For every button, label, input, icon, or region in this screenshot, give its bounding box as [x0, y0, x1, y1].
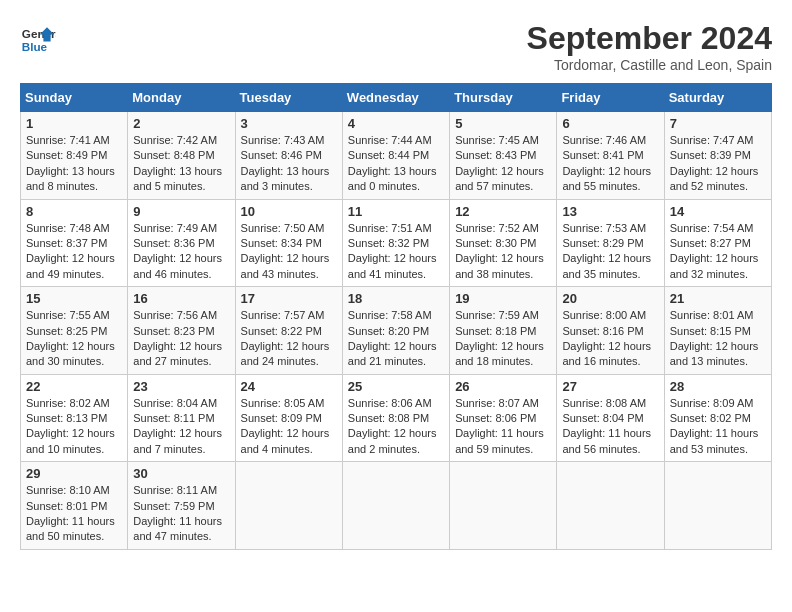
calendar-cell: 8Sunrise: 7:48 AM Sunset: 8:37 PM Daylig…	[21, 199, 128, 287]
day-number: 26	[455, 379, 551, 394]
header-friday: Friday	[557, 84, 664, 112]
day-number: 10	[241, 204, 337, 219]
calendar-cell: 17Sunrise: 7:57 AM Sunset: 8:22 PM Dayli…	[235, 287, 342, 375]
calendar-cell: 14Sunrise: 7:54 AM Sunset: 8:27 PM Dayli…	[664, 199, 771, 287]
day-info: Sunrise: 7:44 AM Sunset: 8:44 PM Dayligh…	[348, 133, 444, 195]
calendar-cell: 28Sunrise: 8:09 AM Sunset: 8:02 PM Dayli…	[664, 374, 771, 462]
day-number: 29	[26, 466, 122, 481]
calendar-cell: 22Sunrise: 8:02 AM Sunset: 8:13 PM Dayli…	[21, 374, 128, 462]
title-section: September 2024 Tordomar, Castille and Le…	[527, 20, 772, 73]
calendar-cell: 7Sunrise: 7:47 AM Sunset: 8:39 PM Daylig…	[664, 112, 771, 200]
calendar-cell: 27Sunrise: 8:08 AM Sunset: 8:04 PM Dayli…	[557, 374, 664, 462]
day-info: Sunrise: 7:49 AM Sunset: 8:36 PM Dayligh…	[133, 221, 229, 283]
calendar-cell: 12Sunrise: 7:52 AM Sunset: 8:30 PM Dayli…	[450, 199, 557, 287]
day-info: Sunrise: 7:41 AM Sunset: 8:49 PM Dayligh…	[26, 133, 122, 195]
day-number: 12	[455, 204, 551, 219]
day-info: Sunrise: 8:04 AM Sunset: 8:11 PM Dayligh…	[133, 396, 229, 458]
calendar-cell	[450, 462, 557, 550]
calendar-week-row: 15Sunrise: 7:55 AM Sunset: 8:25 PM Dayli…	[21, 287, 772, 375]
day-number: 25	[348, 379, 444, 394]
day-info: Sunrise: 8:02 AM Sunset: 8:13 PM Dayligh…	[26, 396, 122, 458]
day-info: Sunrise: 7:53 AM Sunset: 8:29 PM Dayligh…	[562, 221, 658, 283]
calendar-cell: 13Sunrise: 7:53 AM Sunset: 8:29 PM Dayli…	[557, 199, 664, 287]
calendar-cell	[557, 462, 664, 550]
day-info: Sunrise: 8:05 AM Sunset: 8:09 PM Dayligh…	[241, 396, 337, 458]
calendar-week-row: 1Sunrise: 7:41 AM Sunset: 8:49 PM Daylig…	[21, 112, 772, 200]
calendar-cell: 30Sunrise: 8:11 AM Sunset: 7:59 PM Dayli…	[128, 462, 235, 550]
day-number: 23	[133, 379, 229, 394]
calendar-header-row: SundayMondayTuesdayWednesdayThursdayFrid…	[21, 84, 772, 112]
day-number: 5	[455, 116, 551, 131]
day-info: Sunrise: 7:48 AM Sunset: 8:37 PM Dayligh…	[26, 221, 122, 283]
day-info: Sunrise: 7:45 AM Sunset: 8:43 PM Dayligh…	[455, 133, 551, 195]
day-info: Sunrise: 7:56 AM Sunset: 8:23 PM Dayligh…	[133, 308, 229, 370]
day-number: 11	[348, 204, 444, 219]
calendar-cell	[342, 462, 449, 550]
header-thursday: Thursday	[450, 84, 557, 112]
calendar-cell: 26Sunrise: 8:07 AM Sunset: 8:06 PM Dayli…	[450, 374, 557, 462]
day-info: Sunrise: 7:43 AM Sunset: 8:46 PM Dayligh…	[241, 133, 337, 195]
day-number: 9	[133, 204, 229, 219]
day-number: 15	[26, 291, 122, 306]
calendar-table: SundayMondayTuesdayWednesdayThursdayFrid…	[20, 83, 772, 550]
calendar-cell: 1Sunrise: 7:41 AM Sunset: 8:49 PM Daylig…	[21, 112, 128, 200]
day-info: Sunrise: 8:09 AM Sunset: 8:02 PM Dayligh…	[670, 396, 766, 458]
day-info: Sunrise: 7:57 AM Sunset: 8:22 PM Dayligh…	[241, 308, 337, 370]
logo-icon: General Blue	[20, 20, 56, 56]
calendar-cell: 25Sunrise: 8:06 AM Sunset: 8:08 PM Dayli…	[342, 374, 449, 462]
day-info: Sunrise: 7:47 AM Sunset: 8:39 PM Dayligh…	[670, 133, 766, 195]
calendar-cell: 3Sunrise: 7:43 AM Sunset: 8:46 PM Daylig…	[235, 112, 342, 200]
month-title: September 2024	[527, 20, 772, 57]
day-info: Sunrise: 7:51 AM Sunset: 8:32 PM Dayligh…	[348, 221, 444, 283]
calendar-cell: 11Sunrise: 7:51 AM Sunset: 8:32 PM Dayli…	[342, 199, 449, 287]
day-info: Sunrise: 7:59 AM Sunset: 8:18 PM Dayligh…	[455, 308, 551, 370]
day-info: Sunrise: 7:46 AM Sunset: 8:41 PM Dayligh…	[562, 133, 658, 195]
page-header: General Blue September 2024 Tordomar, Ca…	[20, 20, 772, 73]
day-number: 8	[26, 204, 122, 219]
day-info: Sunrise: 8:08 AM Sunset: 8:04 PM Dayligh…	[562, 396, 658, 458]
calendar-cell: 6Sunrise: 7:46 AM Sunset: 8:41 PM Daylig…	[557, 112, 664, 200]
day-info: Sunrise: 8:01 AM Sunset: 8:15 PM Dayligh…	[670, 308, 766, 370]
calendar-cell: 9Sunrise: 7:49 AM Sunset: 8:36 PM Daylig…	[128, 199, 235, 287]
day-info: Sunrise: 7:58 AM Sunset: 8:20 PM Dayligh…	[348, 308, 444, 370]
day-number: 24	[241, 379, 337, 394]
day-number: 1	[26, 116, 122, 131]
day-info: Sunrise: 8:07 AM Sunset: 8:06 PM Dayligh…	[455, 396, 551, 458]
day-number: 18	[348, 291, 444, 306]
calendar-cell: 24Sunrise: 8:05 AM Sunset: 8:09 PM Dayli…	[235, 374, 342, 462]
calendar-cell: 29Sunrise: 8:10 AM Sunset: 8:01 PM Dayli…	[21, 462, 128, 550]
day-number: 30	[133, 466, 229, 481]
calendar-cell: 21Sunrise: 8:01 AM Sunset: 8:15 PM Dayli…	[664, 287, 771, 375]
day-number: 3	[241, 116, 337, 131]
calendar-cell: 15Sunrise: 7:55 AM Sunset: 8:25 PM Dayli…	[21, 287, 128, 375]
calendar-week-row: 22Sunrise: 8:02 AM Sunset: 8:13 PM Dayli…	[21, 374, 772, 462]
calendar-week-row: 8Sunrise: 7:48 AM Sunset: 8:37 PM Daylig…	[21, 199, 772, 287]
day-number: 21	[670, 291, 766, 306]
header-wednesday: Wednesday	[342, 84, 449, 112]
calendar-cell: 2Sunrise: 7:42 AM Sunset: 8:48 PM Daylig…	[128, 112, 235, 200]
day-number: 19	[455, 291, 551, 306]
day-info: Sunrise: 7:55 AM Sunset: 8:25 PM Dayligh…	[26, 308, 122, 370]
day-info: Sunrise: 7:50 AM Sunset: 8:34 PM Dayligh…	[241, 221, 337, 283]
day-number: 20	[562, 291, 658, 306]
day-number: 6	[562, 116, 658, 131]
day-info: Sunrise: 8:11 AM Sunset: 7:59 PM Dayligh…	[133, 483, 229, 545]
logo: General Blue	[20, 20, 56, 56]
day-info: Sunrise: 7:52 AM Sunset: 8:30 PM Dayligh…	[455, 221, 551, 283]
day-number: 17	[241, 291, 337, 306]
header-tuesday: Tuesday	[235, 84, 342, 112]
day-number: 13	[562, 204, 658, 219]
calendar-cell: 5Sunrise: 7:45 AM Sunset: 8:43 PM Daylig…	[450, 112, 557, 200]
day-info: Sunrise: 7:54 AM Sunset: 8:27 PM Dayligh…	[670, 221, 766, 283]
calendar-cell: 19Sunrise: 7:59 AM Sunset: 8:18 PM Dayli…	[450, 287, 557, 375]
calendar-cell: 20Sunrise: 8:00 AM Sunset: 8:16 PM Dayli…	[557, 287, 664, 375]
calendar-cell: 18Sunrise: 7:58 AM Sunset: 8:20 PM Dayli…	[342, 287, 449, 375]
header-monday: Monday	[128, 84, 235, 112]
day-number: 27	[562, 379, 658, 394]
header-sunday: Sunday	[21, 84, 128, 112]
day-number: 28	[670, 379, 766, 394]
day-number: 14	[670, 204, 766, 219]
day-info: Sunrise: 8:00 AM Sunset: 8:16 PM Dayligh…	[562, 308, 658, 370]
day-info: Sunrise: 7:42 AM Sunset: 8:48 PM Dayligh…	[133, 133, 229, 195]
header-saturday: Saturday	[664, 84, 771, 112]
